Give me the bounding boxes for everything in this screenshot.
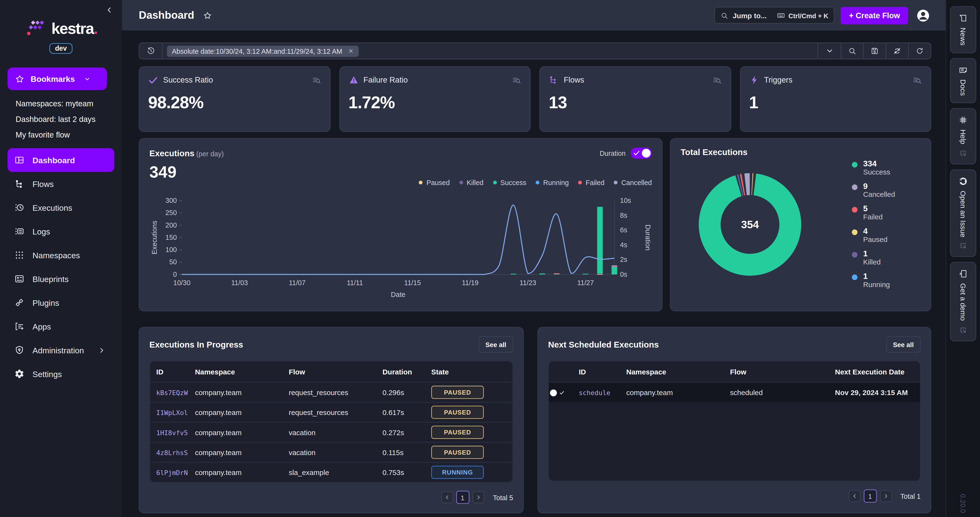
sidebar-item-administration[interactable]: Administration (8, 338, 114, 362)
filter-chip[interactable]: Absolute date:10/30/24, 3:12 AM:and:11/2… (167, 45, 358, 57)
prev-page-button[interactable] (848, 490, 860, 502)
github-icon (959, 177, 967, 185)
bookmark-link-my-favorite-flow[interactable]: My favorite flow (16, 127, 114, 143)
legend-text: 4Paused (863, 227, 888, 243)
dashboard-content: Absolute date:10/30/24, 3:12 AM:and:11/2… (122, 31, 946, 517)
legend-label: Paused (863, 236, 888, 244)
table-row[interactable]: I1WpLXolcompany.teamrequest_resources0.6… (150, 402, 512, 422)
bookmark-link-dashboard-last-2-days[interactable]: Dashboard: last 2 days (16, 112, 114, 127)
sidebar-collapse-icon[interactable] (106, 6, 113, 14)
legend-item-killed[interactable]: Killed (459, 179, 483, 186)
table-row[interactable]: schedulecompany.teamscheduledNov 29, 202… (549, 382, 920, 402)
namespace-cell: company.team (626, 388, 730, 396)
right-tab-news[interactable]: News (950, 6, 976, 53)
legend-item-success[interactable]: 334Success (852, 159, 917, 176)
see-all-button[interactable]: See all (479, 336, 513, 353)
sidebar-item-dashboard[interactable]: Dashboard (8, 148, 114, 172)
create-flow-button[interactable]: + Create Flow (841, 6, 908, 24)
close-icon[interactable] (348, 48, 353, 54)
in-progress-pagination: 1Total 5 (150, 491, 513, 504)
filter-expand-button[interactable] (818, 43, 841, 59)
sidebar-item-plugins[interactable]: Plugins (8, 291, 114, 315)
trigger-id-link[interactable]: schedule (579, 388, 626, 396)
legend-item-paused[interactable]: 4Paused (852, 227, 917, 243)
right-tab-docs[interactable]: Docs (950, 58, 976, 103)
filter-autorefresh-off-button[interactable] (886, 43, 908, 59)
sidebar-item-executions[interactable]: Executions (8, 196, 114, 220)
duration-toggle[interactable] (631, 148, 652, 159)
list-search-icon[interactable] (712, 75, 721, 85)
table-row[interactable]: 4z8LrhsScompany.teamvacation0.115sPAUSED (150, 442, 512, 462)
svg-text:11/27: 11/27 (577, 279, 594, 286)
legend-item-failed[interactable]: Failed (578, 179, 604, 186)
execution-id-link[interactable]: kBs7EQzW (156, 388, 195, 396)
svg-text:10s: 10s (620, 197, 631, 204)
monitor-icon (959, 270, 967, 278)
legend-item-running[interactable]: Running (536, 179, 569, 186)
filter-chip-label: Absolute date:10/30/24, 3:12 AM:and:11/2… (172, 47, 342, 55)
right-tab-label: Docs (959, 79, 967, 95)
namespaces-icon (14, 250, 24, 260)
execution-id-link[interactable]: 4z8LrhsS (156, 449, 195, 456)
legend-item-paused[interactable]: Paused (419, 179, 450, 186)
sidebar-item-label: Flows (32, 179, 54, 188)
filter-refresh-button[interactable] (908, 43, 931, 59)
right-tab-help[interactable]: Help (950, 108, 976, 164)
legend-item-cancelled[interactable]: 9Cancelled (852, 182, 917, 199)
right-tab-get-a-demo[interactable]: Get a demo (950, 262, 976, 341)
filter-save-button[interactable] (863, 43, 886, 59)
legend-item-success[interactable]: Success (493, 179, 526, 186)
legend-item-cancelled[interactable]: Cancelled (614, 179, 652, 186)
bookmarks-button[interactable]: Bookmarks (8, 67, 107, 90)
column-header-next-execution-date: Next Execution Date (835, 368, 920, 375)
execution-id-link[interactable]: 6lPjmDrN (156, 469, 195, 476)
docs-icon (959, 65, 967, 74)
legend-item-killed[interactable]: 1Killed (852, 250, 917, 266)
legend-label: Failed (863, 213, 883, 221)
filter-search-button[interactable] (840, 43, 863, 59)
legend-label: Success (500, 179, 526, 186)
sidebar-item-label: Dashboard (32, 155, 75, 165)
prev-page-button[interactable] (441, 491, 453, 503)
list-search-icon[interactable] (512, 75, 521, 85)
execution-id-link[interactable]: 1HI8vfv5 (156, 428, 195, 436)
execution-id-link[interactable]: I1WpLXol (156, 409, 195, 416)
sidebar-item-logs[interactable]: Logs (8, 220, 114, 243)
filter-chip-area[interactable]: Absolute date:10/30/24, 3:12 AM:and:11/2… (162, 43, 818, 59)
legend-item-failed[interactable]: 5Failed (852, 205, 917, 221)
duration-cell: 0.272s (382, 428, 431, 436)
table-row[interactable]: kBs7EQzWcompany.teamrequest_resources0.2… (150, 382, 512, 402)
current-page-button[interactable]: 1 (864, 489, 877, 503)
right-tab-open-an-issue[interactable]: Open an Issue (950, 169, 976, 257)
list-search-icon[interactable] (312, 75, 321, 85)
bookmark-link-namespaces-myteam[interactable]: Namespaces: myteam (16, 96, 114, 112)
list-search-icon[interactable] (913, 75, 922, 85)
table-row[interactable]: 6lPjmDrNcompany.teamsla_example0.753sRUN… (150, 462, 512, 482)
page-title: Dashboard (139, 9, 194, 22)
star-icon (15, 74, 24, 84)
next-page-button[interactable] (472, 491, 484, 503)
see-all-button[interactable]: See all (886, 336, 921, 353)
legend-dot (578, 181, 582, 185)
current-page-button[interactable]: 1 (456, 491, 469, 504)
filter-history-button[interactable] (140, 43, 162, 59)
kestra-logo[interactable]: kestra. (0, 19, 122, 37)
executions-chart: 0501001502002503000s2s4s6s8s10s10/3011/0… (150, 192, 652, 302)
sidebar-item-settings[interactable]: Settings (8, 362, 114, 386)
user-avatar-icon[interactable] (916, 8, 931, 23)
global-search-input[interactable]: Jump to... Ctrl/Cmd + K (715, 7, 835, 24)
svg-text:250: 250 (165, 209, 177, 216)
svg-text:11/19: 11/19 (462, 279, 479, 286)
table-row[interactable]: 1HI8vfv5company.teamvacation0.272sPAUSED (150, 422, 512, 442)
sidebar-item-label: Apps (32, 321, 51, 331)
sidebar-item-blueprints[interactable]: Blueprints (8, 267, 114, 291)
search-icon (848, 47, 856, 55)
sidebar-item-namespaces[interactable]: Namespaces (8, 243, 114, 267)
environment-badge[interactable]: dev (49, 43, 73, 54)
next-scheduled-panel: Next Scheduled Executions See all IDName… (538, 327, 931, 513)
sidebar-item-apps[interactable]: Apps (8, 315, 114, 338)
sidebar-item-flows[interactable]: Flows (8, 172, 114, 196)
next-page-button[interactable] (880, 490, 891, 502)
legend-item-running[interactable]: 1Running (852, 272, 917, 289)
favorite-star-icon[interactable] (203, 11, 212, 20)
